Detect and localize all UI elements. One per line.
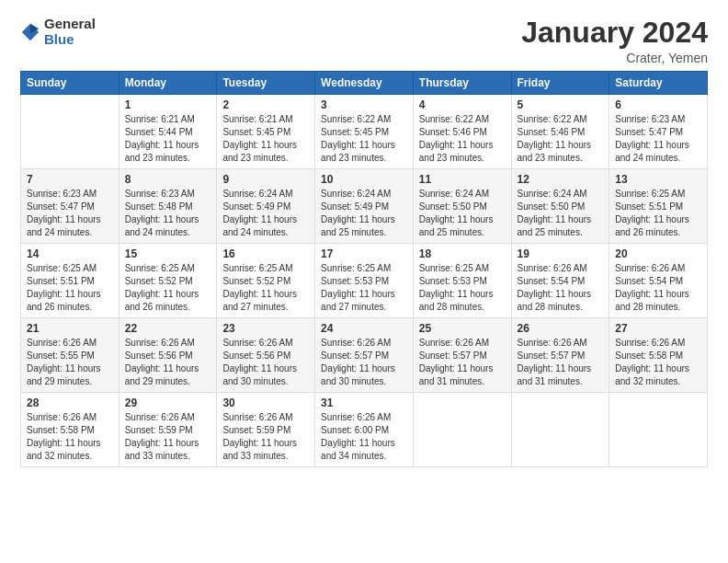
day-cell: 4Sunrise: 6:22 AM Sunset: 5:46 PM Daylig… — [413, 95, 511, 169]
day-number: 2 — [222, 98, 309, 111]
week-row-1: 1Sunrise: 6:21 AM Sunset: 5:44 PM Daylig… — [21, 95, 708, 169]
day-cell: 11Sunrise: 6:24 AM Sunset: 5:50 PM Dayli… — [413, 169, 511, 244]
day-info: Sunrise: 6:26 AM Sunset: 5:56 PM Dayligh… — [125, 337, 211, 388]
day-cell: 21Sunrise: 6:26 AM Sunset: 5:55 PM Dayli… — [21, 318, 119, 393]
day-cell: 12Sunrise: 6:24 AM Sunset: 5:50 PM Dayli… — [511, 169, 609, 244]
day-cell: 15Sunrise: 6:25 AM Sunset: 5:52 PM Dayli… — [119, 244, 217, 318]
day-cell: 31Sunrise: 6:26 AM Sunset: 6:00 PM Dayli… — [315, 393, 414, 467]
day-info: Sunrise: 6:22 AM Sunset: 5:46 PM Dayligh… — [419, 113, 506, 165]
day-number: 29 — [125, 396, 211, 409]
day-cell: 29Sunrise: 6:26 AM Sunset: 5:59 PM Dayli… — [119, 393, 217, 467]
day-number: 5 — [518, 98, 604, 111]
day-info: Sunrise: 6:26 AM Sunset: 5:58 PM Dayligh… — [27, 411, 113, 463]
day-number: 18 — [419, 247, 506, 260]
day-number: 14 — [27, 247, 113, 260]
day-cell: 17Sunrise: 6:25 AM Sunset: 5:53 PM Dayli… — [315, 244, 414, 318]
day-cell — [21, 95, 119, 169]
day-info: Sunrise: 6:21 AM Sunset: 5:45 PM Dayligh… — [222, 113, 309, 165]
subtitle: Crater, Yemen — [521, 51, 708, 65]
day-info: Sunrise: 6:26 AM Sunset: 5:57 PM Dayligh… — [321, 337, 407, 388]
header-cell-sunday: Sunday — [21, 72, 119, 95]
day-number: 4 — [419, 98, 506, 111]
day-info: Sunrise: 6:26 AM Sunset: 5:54 PM Dayligh… — [615, 262, 701, 314]
day-number: 22 — [125, 322, 211, 335]
day-number: 6 — [615, 98, 701, 111]
header: General Blue January 2024 Crater, Yemen — [20, 17, 708, 65]
day-info: Sunrise: 6:24 AM Sunset: 5:49 PM Dayligh… — [321, 188, 407, 239]
day-cell — [609, 393, 708, 467]
day-info: Sunrise: 6:25 AM Sunset: 5:53 PM Dayligh… — [321, 262, 407, 314]
calendar-table: SundayMondayTuesdayWednesdayThursdayFrid… — [20, 71, 708, 467]
day-cell: 13Sunrise: 6:25 AM Sunset: 5:51 PM Dayli… — [609, 169, 708, 244]
day-info: Sunrise: 6:26 AM Sunset: 5:56 PM Dayligh… — [222, 337, 309, 388]
day-number: 17 — [321, 247, 407, 260]
header-cell-saturday: Saturday — [609, 72, 708, 95]
day-info: Sunrise: 6:24 AM Sunset: 5:50 PM Dayligh… — [518, 188, 604, 239]
main-title: January 2024 — [521, 17, 708, 49]
logo-text: General Blue — [44, 17, 96, 47]
day-number: 21 — [27, 322, 113, 335]
day-cell — [511, 393, 609, 467]
day-cell — [413, 393, 511, 467]
logo-blue: Blue — [44, 32, 96, 48]
title-block: January 2024 Crater, Yemen — [521, 17, 708, 65]
day-number: 11 — [419, 173, 506, 186]
day-cell: 3Sunrise: 6:22 AM Sunset: 5:45 PM Daylig… — [315, 95, 414, 169]
day-cell: 5Sunrise: 6:22 AM Sunset: 5:46 PM Daylig… — [511, 95, 609, 169]
header-cell-thursday: Thursday — [413, 72, 511, 95]
day-cell: 22Sunrise: 6:26 AM Sunset: 5:56 PM Dayli… — [119, 318, 217, 393]
day-cell: 24Sunrise: 6:26 AM Sunset: 5:57 PM Dayli… — [315, 318, 414, 393]
day-cell: 1Sunrise: 6:21 AM Sunset: 5:44 PM Daylig… — [119, 95, 217, 169]
logo-icon — [20, 22, 40, 42]
day-number: 10 — [321, 173, 407, 186]
day-info: Sunrise: 6:26 AM Sunset: 5:58 PM Dayligh… — [615, 337, 701, 388]
day-number: 13 — [615, 173, 701, 186]
day-cell: 10Sunrise: 6:24 AM Sunset: 5:49 PM Dayli… — [315, 169, 414, 244]
day-info: Sunrise: 6:25 AM Sunset: 5:51 PM Dayligh… — [27, 262, 113, 314]
header-cell-wednesday: Wednesday — [315, 72, 414, 95]
day-cell: 26Sunrise: 6:26 AM Sunset: 5:57 PM Dayli… — [511, 318, 609, 393]
day-info: Sunrise: 6:23 AM Sunset: 5:47 PM Dayligh… — [615, 113, 701, 165]
day-cell: 23Sunrise: 6:26 AM Sunset: 5:56 PM Dayli… — [217, 318, 315, 393]
day-info: Sunrise: 6:25 AM Sunset: 5:51 PM Dayligh… — [615, 188, 701, 239]
day-cell: 25Sunrise: 6:26 AM Sunset: 5:57 PM Dayli… — [413, 318, 511, 393]
day-number: 23 — [222, 322, 309, 335]
day-number: 1 — [125, 98, 211, 111]
day-cell: 30Sunrise: 6:26 AM Sunset: 5:59 PM Dayli… — [217, 393, 315, 467]
day-cell: 20Sunrise: 6:26 AM Sunset: 5:54 PM Dayli… — [609, 244, 708, 318]
day-info: Sunrise: 6:21 AM Sunset: 5:44 PM Dayligh… — [125, 113, 211, 165]
day-number: 16 — [222, 247, 309, 260]
day-cell: 7Sunrise: 6:23 AM Sunset: 5:47 PM Daylig… — [21, 169, 119, 244]
day-number: 25 — [419, 322, 506, 335]
week-row-2: 7Sunrise: 6:23 AM Sunset: 5:47 PM Daylig… — [21, 169, 708, 244]
header-cell-friday: Friday — [511, 72, 609, 95]
day-info: Sunrise: 6:26 AM Sunset: 6:00 PM Dayligh… — [321, 411, 407, 463]
day-cell: 8Sunrise: 6:23 AM Sunset: 5:48 PM Daylig… — [119, 169, 217, 244]
day-cell: 2Sunrise: 6:21 AM Sunset: 5:45 PM Daylig… — [217, 95, 315, 169]
day-cell: 28Sunrise: 6:26 AM Sunset: 5:58 PM Dayli… — [21, 393, 119, 467]
day-cell: 27Sunrise: 6:26 AM Sunset: 5:58 PM Dayli… — [609, 318, 708, 393]
day-info: Sunrise: 6:26 AM Sunset: 5:55 PM Dayligh… — [27, 337, 113, 388]
day-number: 9 — [222, 173, 309, 186]
day-number: 3 — [321, 98, 407, 111]
day-cell: 19Sunrise: 6:26 AM Sunset: 5:54 PM Dayli… — [511, 244, 609, 318]
day-info: Sunrise: 6:26 AM Sunset: 5:57 PM Dayligh… — [419, 337, 506, 388]
day-info: Sunrise: 6:25 AM Sunset: 5:52 PM Dayligh… — [222, 262, 309, 314]
logo: General Blue — [20, 17, 96, 47]
day-cell: 9Sunrise: 6:24 AM Sunset: 5:49 PM Daylig… — [217, 169, 315, 244]
day-info: Sunrise: 6:23 AM Sunset: 5:48 PM Dayligh… — [125, 188, 211, 239]
day-number: 20 — [615, 247, 701, 260]
day-cell: 16Sunrise: 6:25 AM Sunset: 5:52 PM Dayli… — [217, 244, 315, 318]
day-info: Sunrise: 6:26 AM Sunset: 5:59 PM Dayligh… — [222, 411, 309, 463]
week-row-3: 14Sunrise: 6:25 AM Sunset: 5:51 PM Dayli… — [21, 244, 708, 318]
logo-general: General — [44, 17, 96, 32]
week-row-4: 21Sunrise: 6:26 AM Sunset: 5:55 PM Dayli… — [21, 318, 708, 393]
day-cell: 6Sunrise: 6:23 AM Sunset: 5:47 PM Daylig… — [609, 95, 708, 169]
header-row: SundayMondayTuesdayWednesdayThursdayFrid… — [21, 72, 708, 95]
day-number: 30 — [222, 396, 309, 409]
day-number: 28 — [27, 396, 113, 409]
header-cell-tuesday: Tuesday — [217, 72, 315, 95]
day-cell: 18Sunrise: 6:25 AM Sunset: 5:53 PM Dayli… — [413, 244, 511, 318]
day-number: 26 — [518, 322, 604, 335]
day-number: 27 — [615, 322, 701, 335]
